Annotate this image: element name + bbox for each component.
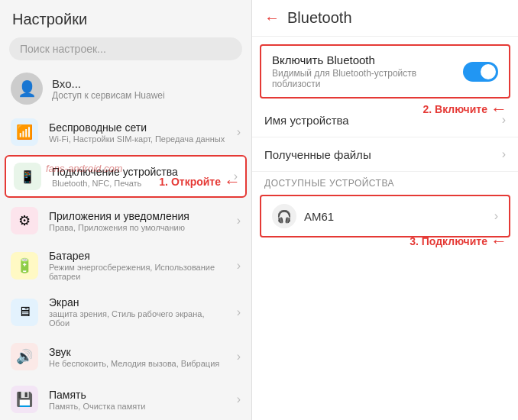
sidebar-item-battery[interactable]: 🔋 Батарея Режим энергосбережения, Исполь…: [0, 242, 251, 289]
wifi-icon: 📶: [11, 118, 38, 146]
device-text: Подключение устройства Bluetooth, NFC, П…: [52, 166, 178, 188]
profile-subtitle: Доступ к сервисам Huawei: [52, 90, 165, 101]
memory-title: Память: [49, 389, 145, 401]
toggle-row: Включить Bluetooth Видимый для Bluetooth…: [272, 53, 498, 89]
wifi-title: Беспроводные сети: [49, 121, 225, 134]
bluetooth-toggle-section: Включить Bluetooth Видимый для Bluetooth…: [260, 44, 510, 99]
screen-arrow: ›: [237, 305, 241, 319]
battery-title: Батарея: [49, 250, 226, 262]
toggle-labels: Включить Bluetooth Видимый для Bluetooth…: [272, 53, 463, 89]
profile-row[interactable]: 👤 Вхо... Доступ к сервисам Huawei: [0, 66, 251, 111]
sound-subtitle: Не беспокоить, Мелодия вызова, Вибрация: [49, 359, 219, 368]
profile-text: Вхо... Доступ к сервисам Huawei: [52, 77, 165, 101]
device-am61-row[interactable]: 🎧 АМ61 ›: [260, 195, 510, 237]
sound-arrow: ›: [237, 350, 241, 363]
wifi-arrow: ›: [237, 125, 241, 139]
battery-icon: 🔋: [11, 252, 38, 279]
sidebar-item-apps[interactable]: ⚙ Приложения и уведомления Права, Прилож…: [0, 199, 251, 242]
device-am61-arrow: ›: [494, 209, 498, 223]
device-name-row[interactable]: Имя устройства ›: [252, 103, 518, 137]
left-panel: Настройки Поиск настроек... 👤 Вхо... Дос…: [0, 0, 252, 420]
profile-name: Вхо...: [52, 77, 165, 90]
device-left: 🎧 АМ61: [272, 204, 334, 228]
sidebar-item-memory[interactable]: 💾 Память Память, Очистка памяти ›: [0, 378, 251, 420]
memory-arrow: ›: [237, 393, 241, 406]
device-name-label: Имя устройства: [264, 114, 349, 127]
received-files-row[interactable]: Полученные файлы ›: [252, 137, 518, 172]
device-name-arrow: ›: [502, 113, 506, 127]
battery-subtitle: Режим энергосбережения, Использование ба…: [49, 263, 226, 281]
received-files-arrow: ›: [502, 147, 506, 161]
left-title: Настройки: [0, 0, 251, 34]
wifi-text: Беспроводные сети Wi-Fi, Настройки SIM-к…: [49, 121, 225, 144]
menu-list: 📶 Беспроводные сети Wi-Fi, Настройки SIM…: [0, 111, 251, 420]
screen-icon: 🖥: [11, 299, 38, 326]
devices-header: ДОСТУПНЫЕ УСТРОЙСТВА: [252, 172, 518, 192]
memory-text: Память Память, Очистка памяти: [49, 389, 145, 411]
device-subtitle: Bluetooth, NFC, Печать: [52, 179, 178, 188]
battery-arrow: ›: [237, 259, 241, 273]
screen-subtitle: защита зрения, Стиль рабочего экрана, Об…: [49, 309, 226, 328]
device-title: Подключение устройства: [52, 166, 178, 178]
sidebar-item-device[interactable]: 📱 Подключение устройства Bluetooth, NFC,…: [5, 155, 247, 198]
received-files-label: Полученные файлы: [264, 148, 371, 161]
sidebar-item-sound[interactable]: 🔊 Звук Не беспокоить, Мелодия вызова, Ви…: [0, 335, 251, 378]
device-arrow: ›: [234, 170, 238, 183]
back-button[interactable]: ←: [264, 9, 280, 27]
search-input[interactable]: Поиск настроек...: [9, 37, 242, 60]
memory-subtitle: Память, Очистка памяти: [49, 402, 145, 411]
wifi-subtitle: Wi-Fi, Настройки SIM-карт, Передача данн…: [49, 134, 225, 144]
avatar: 👤: [11, 73, 43, 105]
right-header: ← Bluetooth: [252, 0, 518, 37]
apps-text: Приложения и уведомления Права, Приложен…: [49, 210, 189, 232]
apps-icon: ⚙: [11, 207, 38, 234]
apps-title: Приложения и уведомления: [49, 210, 189, 222]
toggle-sublabel: Видимый для Bluetooth-устройств поблизос…: [272, 68, 463, 89]
bluetooth-toggle[interactable]: [463, 62, 498, 82]
apps-arrow: ›: [237, 214, 241, 228]
right-panel: ← Bluetooth Включить Bluetooth Видимый д…: [252, 0, 518, 420]
screen-text: Экран защита зрения, Стиль рабочего экра…: [49, 296, 226, 328]
sidebar-item-screen[interactable]: 🖥 Экран защита зрения, Стиль рабочего эк…: [0, 289, 251, 335]
battery-text: Батарея Режим энергосбережения, Использо…: [49, 250, 226, 281]
headphone-icon: 🎧: [272, 204, 296, 228]
memory-icon: 💾: [11, 386, 38, 413]
right-title: Bluetooth: [287, 9, 352, 27]
sound-icon: 🔊: [11, 343, 38, 370]
screen-title: Экран: [49, 296, 226, 309]
right-content: Включить Bluetooth Видимый для Bluetooth…: [252, 37, 518, 420]
apps-subtitle: Права, Приложения по умолчанию: [49, 223, 189, 232]
sidebar-item-wifi[interactable]: 📶 Беспроводные сети Wi-Fi, Настройки SIM…: [0, 111, 251, 153]
sound-title: Звук: [49, 346, 219, 358]
device-am61-name: АМ61: [304, 210, 334, 223]
sound-text: Звук Не беспокоить, Мелодия вызова, Вибр…: [49, 346, 219, 368]
device-icon: 📱: [14, 163, 41, 190]
toggle-label: Включить Bluetooth: [272, 53, 463, 66]
